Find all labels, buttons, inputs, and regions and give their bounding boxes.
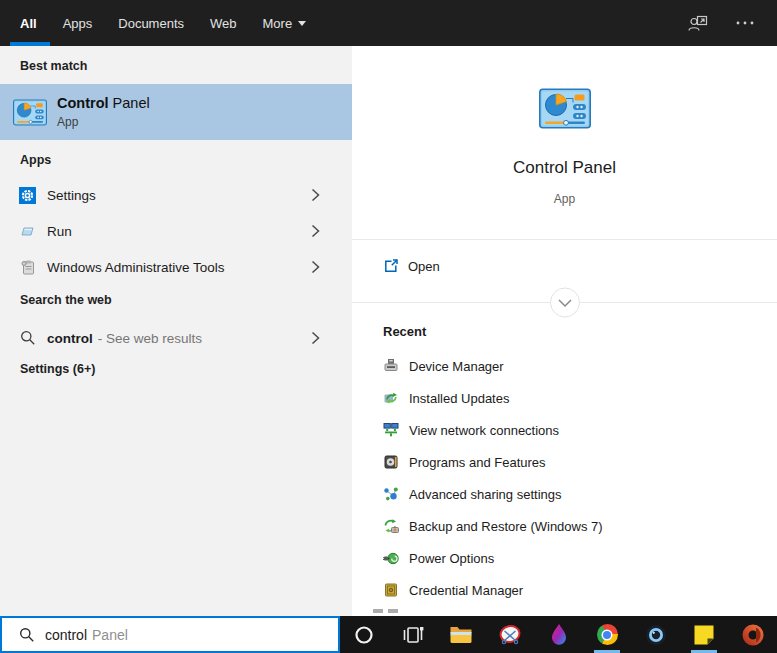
windows-search-flyout: All Apps Documents Web More Best match bbox=[0, 0, 777, 653]
snipping-tool-button[interactable] bbox=[486, 616, 535, 653]
chevron-right-icon bbox=[311, 260, 320, 274]
recent-item-power-options[interactable]: Power Options bbox=[352, 542, 777, 574]
recent-list: Device Manager Installed Updates bbox=[352, 350, 777, 606]
recent-header: Recent bbox=[383, 324, 426, 339]
recent-item-credential-manager[interactable]: Credential Manager bbox=[352, 574, 777, 606]
taskbar-search-input[interactable]: control Panel bbox=[0, 616, 340, 653]
office-icon bbox=[742, 624, 764, 646]
search-suggestion-text: Panel bbox=[92, 627, 128, 643]
settings-icon bbox=[19, 187, 36, 204]
paint-3d-button[interactable] bbox=[534, 616, 583, 653]
recent-item-view-network-connections[interactable]: View network connections bbox=[352, 414, 777, 446]
tab-documents[interactable]: Documents bbox=[118, 16, 184, 31]
recent-item-programs-and-features[interactable]: Programs and Features bbox=[352, 446, 777, 478]
file-explorer-button[interactable] bbox=[437, 616, 486, 653]
snipping-tool-icon bbox=[498, 624, 522, 646]
apps-section-header: Apps bbox=[0, 152, 352, 168]
result-settings[interactable]: Settings bbox=[0, 177, 352, 213]
result-web-search[interactable]: control- See web results bbox=[0, 320, 352, 356]
chrome-button[interactable] bbox=[583, 616, 632, 653]
cortana-button[interactable] bbox=[340, 616, 389, 653]
tab-more[interactable]: More bbox=[263, 16, 307, 31]
recent-item-advanced-sharing-settings[interactable]: Advanced sharing settings bbox=[352, 478, 777, 510]
search-icon bbox=[19, 627, 35, 643]
result-run[interactable]: Run bbox=[0, 213, 352, 249]
lens-app-icon bbox=[645, 624, 667, 646]
filter-tabs: All Apps Documents Web More bbox=[20, 16, 306, 31]
preview-subtitle: App bbox=[352, 192, 777, 206]
device-manager-icon bbox=[383, 358, 399, 374]
search-header: All Apps Documents Web More bbox=[0, 0, 777, 46]
best-match-result-control-panel[interactable]: Control Panel App bbox=[0, 84, 352, 140]
partially-visible-icon bbox=[388, 609, 398, 613]
installed-updates-icon bbox=[383, 390, 399, 406]
programs-features-icon bbox=[383, 454, 399, 470]
settings-section-header: Settings (6+) bbox=[0, 361, 352, 377]
search-icon bbox=[19, 330, 36, 347]
search-query-text: control bbox=[45, 627, 87, 643]
best-match-subtitle: App bbox=[57, 115, 150, 129]
open-external-icon bbox=[383, 258, 399, 274]
control-panel-icon bbox=[13, 99, 47, 126]
lens-app-button[interactable] bbox=[631, 616, 680, 653]
tab-web[interactable]: Web bbox=[210, 16, 237, 31]
ellipsis-icon[interactable] bbox=[735, 20, 755, 26]
tab-apps[interactable]: Apps bbox=[63, 16, 93, 31]
backup-restore-icon bbox=[383, 518, 399, 534]
recent-item-device-manager[interactable]: Device Manager bbox=[352, 350, 777, 382]
chevron-down-icon bbox=[298, 21, 306, 26]
cortana-icon bbox=[354, 625, 374, 645]
chrome-icon bbox=[597, 624, 618, 645]
best-match-title: Control Panel bbox=[57, 95, 150, 111]
taskbar bbox=[340, 616, 777, 653]
file-explorer-icon bbox=[449, 624, 473, 645]
divider bbox=[352, 239, 777, 240]
run-icon bbox=[19, 223, 36, 240]
result-windows-administrative-tools[interactable]: Windows Administrative Tools bbox=[0, 249, 352, 285]
task-view-icon bbox=[401, 624, 425, 646]
expand-button[interactable] bbox=[549, 287, 580, 318]
admin-tools-icon bbox=[19, 259, 36, 276]
search-web-header: Search the web bbox=[0, 292, 352, 308]
sharing-settings-icon bbox=[383, 486, 399, 502]
best-match-header: Best match bbox=[0, 58, 352, 74]
chevron-right-icon bbox=[311, 331, 320, 345]
sticky-notes-icon bbox=[693, 624, 715, 646]
partially-visible-icon bbox=[373, 609, 383, 613]
preview-title: Control Panel bbox=[352, 158, 777, 178]
open-action[interactable]: Open bbox=[352, 250, 777, 282]
sign-in-options-icon[interactable] bbox=[687, 13, 709, 33]
credential-manager-icon bbox=[383, 582, 399, 598]
power-options-icon bbox=[383, 550, 399, 566]
recent-item-installed-updates[interactable]: Installed Updates bbox=[352, 382, 777, 414]
task-view-button[interactable] bbox=[389, 616, 438, 653]
sticky-notes-button[interactable] bbox=[680, 616, 729, 653]
chevron-right-icon bbox=[311, 224, 320, 238]
preview-panel: Control Panel App Open Recent bbox=[352, 46, 777, 616]
office-button[interactable] bbox=[729, 616, 777, 653]
tab-all[interactable]: All bbox=[20, 16, 37, 31]
recent-item-backup-and-restore[interactable]: Backup and Restore (Windows 7) bbox=[352, 510, 777, 542]
network-connections-icon bbox=[383, 422, 399, 438]
control-panel-icon bbox=[539, 88, 591, 129]
results-panel: Best match Control Panel App bbox=[0, 46, 352, 616]
paint-3d-icon bbox=[548, 623, 570, 647]
chevron-right-icon bbox=[311, 188, 320, 202]
